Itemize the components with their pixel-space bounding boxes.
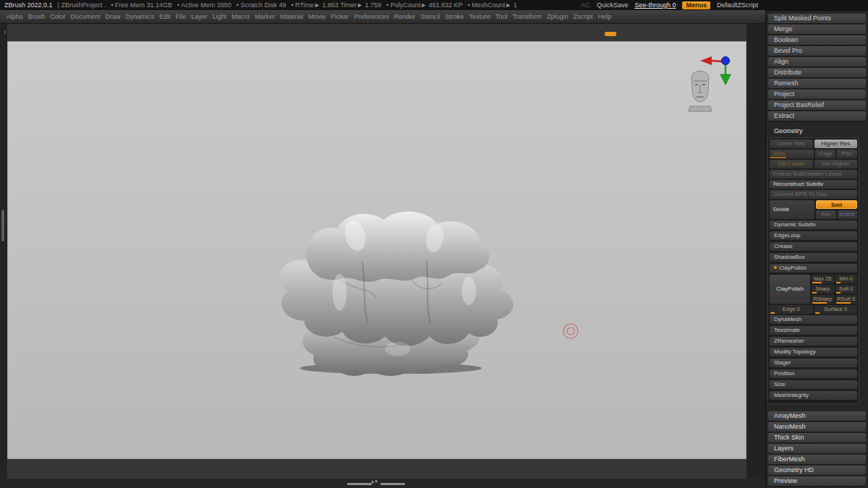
document-canvas[interactable] (7, 41, 746, 459)
lower-res-button: Lower Res (770, 140, 813, 148)
section-meshintegrity[interactable]: MeshIntegrity (770, 391, 857, 400)
menu-help[interactable]: Help (595, 13, 614, 20)
ac-indicator: AC (581, 1, 590, 9)
claypolish-controls: ClayPolish Max 25 Min 0 Sharp Soft 0 RSh… (770, 275, 857, 304)
canvas-hscroll-right[interactable] (380, 483, 405, 485)
menu-transform[interactable]: Transform (510, 13, 545, 20)
menu-zplugin[interactable]: Zplugin (545, 13, 571, 20)
menu-preferences[interactable]: Preferences (352, 13, 392, 20)
panel-item-preview[interactable]: Preview (768, 476, 866, 486)
meshcount-stat: • MeshCount► 1 (468, 1, 517, 9)
menu-edit[interactable]: Edit (157, 13, 174, 20)
section-claypolish[interactable]: ClayPolish (770, 264, 857, 273)
geometry-subpalette-header[interactable]: Geometry (774, 127, 866, 136)
canvas-scroll-arrows-icon[interactable]: ▲▼ (370, 479, 378, 484)
menu-brush[interactable]: Brush (25, 13, 48, 20)
gizmo-x-arrow-icon (700, 56, 712, 65)
section-dynamesh[interactable]: DynaMesh (770, 315, 857, 324)
menu-texture[interactable]: Texture (467, 13, 493, 20)
claypolish-button[interactable]: ClayPolish (770, 275, 810, 304)
panel-item-extract[interactable]: Extract (768, 111, 866, 121)
smt-toggle[interactable]: Smt (816, 200, 857, 209)
panel-item-fibermesh[interactable]: FiberMesh (768, 455, 866, 464)
menu-render[interactable]: Render (391, 13, 418, 20)
panel-item-merge[interactable]: Merge (768, 25, 866, 34)
see-through-slider[interactable]: See-through 0 (634, 1, 676, 9)
menu-stroke[interactable]: Stroke (443, 13, 467, 20)
section-zremesher[interactable]: ZRemesher (770, 337, 857, 346)
panel-item-project[interactable]: Project (768, 90, 866, 99)
canvas-hscroll-left[interactable] (347, 483, 372, 485)
claypolish-surface-slider[interactable]: Surface 0 (814, 305, 858, 314)
section-edgeloop[interactable]: EdgeLoop (770, 231, 857, 240)
higher-res-button[interactable]: Higher Res (814, 140, 858, 148)
section-shadowbox[interactable]: ShadowBox (770, 253, 857, 262)
menu-layer[interactable]: Layer (189, 13, 210, 20)
menu-dynamics[interactable]: Dynamics (123, 13, 157, 20)
reconstruct-subdiv-button[interactable]: Reconstruct Subdiv (770, 180, 857, 189)
menu-color[interactable]: Color (48, 13, 69, 20)
polycount-stat: • PolyCount► 461.832 KP (386, 1, 463, 9)
section-size[interactable]: Size (770, 380, 857, 389)
claypolish-min-slider[interactable]: Min 0 (835, 275, 858, 283)
divide-button[interactable]: Divide (770, 200, 814, 219)
menu-zscript[interactable]: Zscript (571, 13, 595, 20)
claypolish-rsharp-slider[interactable]: RSharp (812, 295, 834, 304)
section-modify-topology[interactable]: Modify Topology (770, 348, 857, 356)
panel-item-arraymesh[interactable]: ArrayMesh (768, 411, 866, 421)
menu-light[interactable]: Light (210, 13, 229, 20)
geometry-subpalette: Lower Res Higher Res SDiv Cage Ptsn Del … (767, 137, 859, 404)
sdiv-slider: SDiv (770, 150, 814, 158)
doc-info-marker: i (4, 29, 6, 35)
menu-material[interactable]: Material (278, 13, 306, 20)
app-version-label: ZBrush 2022.0.1 (4, 1, 53, 9)
section-tessimate[interactable]: Tessimate (770, 326, 857, 335)
panel-item-nanomesh[interactable]: NanoMesh (768, 422, 866, 432)
claypolish-sharp-slider[interactable]: Sharp (812, 285, 834, 294)
menus-toggle-button[interactable]: Menus (682, 1, 710, 9)
section-crease[interactable]: Crease (770, 242, 857, 251)
gizmo-y-arrow-icon (720, 74, 731, 85)
section-dynamic-subdiv[interactable]: Dynamic Subdiv (770, 221, 857, 229)
panel-item-remesh[interactable]: Remesh (768, 79, 866, 88)
menu-draw[interactable]: Draw (103, 13, 123, 20)
menu-file[interactable]: File (173, 13, 189, 20)
claypolish-soft-slider[interactable]: Soft 0 (835, 285, 858, 294)
panel-item-layers[interactable]: Layers (768, 444, 866, 453)
panel-item-distribute[interactable]: Distribute (768, 68, 866, 77)
convert-bpr-to-geo-button: Convert BPR To Geo (770, 190, 857, 199)
panel-item-project-basrelief[interactable]: Project BasRelief (768, 100, 866, 110)
menu-alpha[interactable]: Alpha (4, 13, 25, 20)
menu-document[interactable]: Document (68, 13, 103, 20)
ptsn-button: Ptsn (837, 150, 857, 158)
bothv-toggle[interactable]: BothV (838, 210, 858, 219)
menu-tool[interactable]: Tool (493, 13, 510, 20)
menu-marker[interactable]: Marker (252, 13, 278, 20)
default-zscript-button[interactable]: DefaultZScript (717, 1, 758, 9)
section-stager[interactable]: Stager (770, 359, 857, 367)
menu-movie[interactable]: Movie (306, 13, 328, 20)
menu-stencil[interactable]: Stencil (418, 13, 443, 20)
panel-item-split-masked-points[interactable]: Split Masked Points (768, 14, 866, 23)
panel-item-thick-skin[interactable]: Thick Skin (768, 433, 866, 442)
left-tray (0, 24, 7, 488)
axis-gizmo[interactable] (700, 53, 735, 87)
menu-macro[interactable]: Macro (229, 13, 252, 20)
suv-toggle[interactable]: Suv (816, 210, 836, 219)
claypolish-edge-slider[interactable]: Edge 0 (770, 305, 813, 314)
workspace-area: i (0, 24, 765, 488)
panel-item-bevel-pro[interactable]: Bevel Pro (768, 46, 866, 56)
panel-item-geometry-hd[interactable]: Geometry HD (768, 466, 866, 475)
scratch-disk-stat: • Scratch Disk 49 (237, 1, 286, 9)
panel-item-align[interactable]: Align (768, 57, 866, 67)
claypolish-rsoft-slider[interactable]: RSoft 5 (835, 295, 858, 304)
quicksave-button[interactable]: QuickSave (597, 1, 629, 9)
timeline-marker[interactable] (605, 32, 616, 36)
left-scrollbar[interactable] (1, 210, 4, 241)
right-tray-divider[interactable] (746, 24, 765, 488)
claypolish-max-slider[interactable]: Max 25 (812, 275, 834, 283)
sculpture-model[interactable] (253, 184, 542, 383)
menu-picker[interactable]: Picker (328, 13, 352, 20)
section-position[interactable]: Position (770, 369, 857, 378)
panel-item-boolean[interactable]: Boolean (768, 35, 866, 45)
